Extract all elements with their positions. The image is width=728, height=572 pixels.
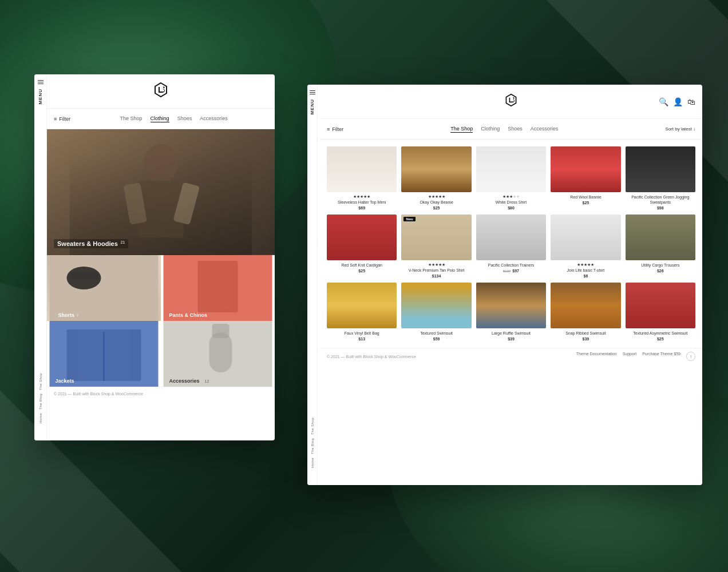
cat-pants[interactable]: Pants & Chinos	[161, 255, 275, 321]
left-window-content: ≡ Filter The Shop Clothing Shoes Accesso…	[47, 74, 275, 440]
product-name: Large Ruffle Swimsuit	[476, 331, 546, 336]
product-price: $25	[401, 206, 471, 210]
product-card-6[interactable]: New ★★★★★ V-Neck Premium Tan Polo Shirt …	[399, 212, 473, 280]
product-price: $134	[401, 274, 471, 278]
product-card-3[interactable]: Red Wool Beanie $25	[548, 144, 623, 212]
menu-icon[interactable]	[38, 80, 43, 84]
product-price: $6	[551, 274, 620, 278]
product-name: Sleeveless Halter Top Mimi	[327, 200, 397, 205]
svg-rect-5	[50, 255, 159, 321]
svg-rect-12	[207, 264, 230, 309]
cat-jackets[interactable]: Jackets	[47, 321, 161, 387]
nav-shop[interactable]: The Shop	[120, 116, 143, 122]
scroll-top-button[interactable]: ↑	[686, 352, 695, 361]
product-card-14[interactable]: Textured Asymmetric Swimsuit $25	[623, 280, 698, 343]
product-card-7[interactable]: Pacific Collection Trainers $127$97	[474, 212, 548, 280]
product-image	[551, 214, 620, 260]
footer-support[interactable]: Support	[623, 352, 637, 361]
product-image	[327, 146, 397, 192]
right-nav-shoes[interactable]: Shoes	[508, 126, 523, 133]
product-image	[551, 283, 620, 328]
cat-accessories-img: Accessories 12	[161, 321, 275, 387]
nav-accessories[interactable]: Accessories	[200, 116, 228, 122]
right-nav-clothing[interactable]: Clothing	[481, 126, 500, 133]
header-icons: 🔍 👤 🛍	[659, 97, 695, 106]
nav-shoes[interactable]: Shoes	[177, 116, 192, 122]
left-nav: ≡ Filter The Shop Clothing Shoes Accesso…	[47, 109, 275, 129]
right-sidebar: Menu The Shop The Blog Home	[307, 85, 318, 485]
product-card-0[interactable]: ★★★★★ Sleeveless Halter Top Mimi $69	[325, 144, 399, 212]
left-window: Menu The Shop The Blog Home ≡ Filter	[34, 74, 275, 440]
right-menu-icon[interactable]	[310, 90, 315, 94]
product-price: $25	[626, 337, 695, 341]
product-card-10[interactable]: Faux Vinyl Belt Bag $13	[325, 280, 399, 343]
product-grid: ★★★★★ Sleeveless Halter Top Mimi $69 ★★★…	[320, 140, 702, 348]
product-badge-new: New	[403, 217, 415, 221]
right-nav-shop[interactable]: The Shop	[450, 126, 473, 133]
product-name: Red Soft Knit Cardigan	[327, 263, 397, 268]
filter-button[interactable]: ≡ Filter	[54, 116, 70, 122]
user-icon[interactable]: 👤	[673, 97, 683, 106]
product-image	[626, 283, 695, 328]
sidebar-shop-link[interactable]: The Shop	[39, 373, 42, 390]
nav-clothing[interactable]: Clothing	[151, 116, 169, 122]
product-image	[327, 214, 397, 260]
cat-accessories[interactable]: Accessories 12	[161, 321, 275, 387]
left-footer: © 2021 — Built with Block Shop & WooComm…	[47, 387, 275, 400]
cart-icon[interactable]: 🛍	[687, 97, 695, 106]
sort-icon: ↓	[693, 126, 695, 132]
svg-point-1	[144, 144, 178, 184]
product-name: White Dress Shirt	[476, 200, 546, 205]
product-card-5[interactable]: Red Soft Knit Cardigan $25	[325, 212, 399, 280]
left-header	[47, 74, 275, 109]
product-card-1[interactable]: ★★★★★ Okay Okay Beanie $25	[399, 144, 473, 212]
right-filter-icon: ≡	[327, 126, 330, 132]
right-footer-copyright: © 2021 — Built with Block Shop & WooComm…	[327, 355, 416, 359]
footer-links: Theme Documentation Support Purchase The…	[576, 352, 695, 361]
product-card-11[interactable]: Textured Swimsuit $59	[399, 280, 473, 343]
product-name: Utility Cargo Trousers	[626, 263, 695, 268]
svg-rect-20	[209, 332, 232, 372]
product-price-old: $127	[503, 269, 511, 273]
product-price: $127$97	[476, 269, 546, 273]
left-nav-links: The Shop Clothing Shoes Accessories	[80, 116, 268, 122]
svg-rect-3	[123, 182, 147, 225]
right-sidebar-bottom: The Shop The Blog Home	[311, 418, 314, 468]
product-card-9[interactable]: Utility Cargo Trousers $26	[623, 212, 698, 280]
product-image	[626, 146, 695, 192]
left-logo	[153, 82, 169, 101]
footer-docs[interactable]: Theme Documentation	[576, 352, 617, 361]
right-filter-button[interactable]: ≡ Filter	[327, 126, 343, 132]
filter-label: Filter	[59, 116, 70, 122]
sort-button[interactable]: Sort by latest ↓	[665, 126, 695, 132]
product-stars: ★★★★★	[327, 194, 397, 199]
product-card-2[interactable]: ★★★★★ White Dress Shirt $80	[474, 144, 548, 212]
filter-icon: ≡	[54, 116, 57, 122]
menu-line-2	[38, 82, 43, 82]
product-name: Red Wool Beanie	[551, 194, 620, 200]
right-header: 🔍 👤 🛍	[320, 85, 702, 119]
brand-logo-svg	[153, 82, 169, 98]
product-card-13[interactable]: Snap Ribbed Swimsuit $39	[548, 280, 623, 343]
right-home-link[interactable]: Home	[311, 458, 314, 468]
svg-text:Accessories: Accessories	[169, 378, 200, 384]
product-stars: ★★★★★	[401, 263, 471, 267]
product-price: $25	[327, 269, 397, 273]
product-card-8[interactable]: ★★★★★ Join Life basic T-shirt $6	[548, 212, 623, 280]
footer-purchase[interactable]: Purchase Theme $59	[642, 352, 680, 361]
menu-line-1	[38, 80, 43, 81]
left-sidebar: Menu The Shop The Blog Home	[34, 74, 47, 440]
right-shop-link[interactable]: The Shop	[311, 418, 314, 435]
sidebar-blog-link[interactable]: The Blog	[39, 394, 42, 410]
cat-shorts[interactable]: Shorts 7	[47, 255, 161, 321]
sidebar-home-link[interactable]: Home	[39, 413, 42, 423]
product-name: Okay Okay Beanie	[401, 200, 471, 205]
product-card-12[interactable]: Large Ruffle Swimsuit $39	[474, 280, 548, 343]
product-stars: ★★★★★	[476, 194, 546, 199]
right-blog-link[interactable]: The Blog	[311, 438, 314, 454]
search-icon[interactable]: 🔍	[659, 97, 668, 106]
product-card-4[interactable]: Pacific Collection Green Jogging Sweatpa…	[623, 144, 698, 212]
right-nav-accessories[interactable]: Accessories	[531, 126, 559, 133]
cat-jackets-img: Jackets	[47, 321, 161, 387]
product-price: $25	[551, 201, 620, 205]
